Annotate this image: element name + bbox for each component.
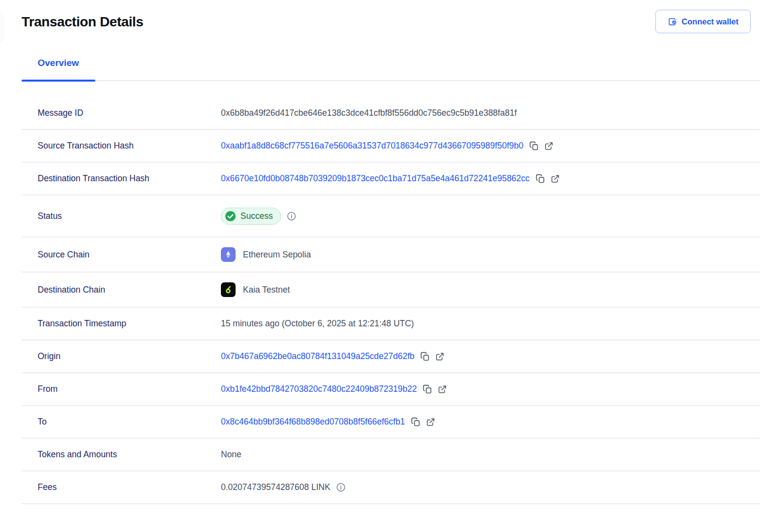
table-row-message-id: Message ID 0x6b8ba49f26d417cbe646e138c3d… bbox=[22, 97, 760, 130]
row-label: Status bbox=[22, 211, 221, 221]
row-label: Fees bbox=[22, 482, 221, 492]
row-label: Transaction Timestamp bbox=[22, 319, 221, 329]
status-badge: Success bbox=[221, 208, 281, 225]
status-badge-label: Success bbox=[240, 211, 273, 221]
row-label: Source Chain bbox=[22, 250, 221, 260]
connect-wallet-label: Connect wallet bbox=[682, 17, 739, 26]
info-icon[interactable] bbox=[287, 212, 296, 221]
table-row-destination-chain: Destination Chain Kaia Testnet bbox=[22, 273, 760, 308]
table-row-status: Status Success bbox=[22, 195, 760, 237]
origin-address-link[interactable]: 0x7b467a6962be0ac80784f131049a25cde27d62… bbox=[221, 351, 414, 362]
external-link-icon[interactable] bbox=[544, 142, 553, 150]
table-row-source-tx-hash: Source Transaction Hash 0xaabf1a8d8c68cf… bbox=[22, 130, 760, 163]
tab-overview[interactable]: Overview bbox=[22, 58, 95, 80]
copy-icon[interactable] bbox=[423, 384, 432, 394]
destination-chain-name: Kaia Testnet bbox=[243, 285, 290, 295]
ethereum-chain-icon bbox=[221, 247, 236, 262]
details-table: Message ID 0x6b8ba49f26d417cbe646e138c3d… bbox=[22, 97, 760, 504]
source-tx-hash-link[interactable]: 0xaabf1a8d8c68cf775516a7e5606a31537d7018… bbox=[221, 141, 523, 151]
table-row-from: From 0xb1fe42bbd7842703820c7480c22409b87… bbox=[22, 373, 760, 406]
table-row-destination-tx-hash: Destination Transaction Hash 0x6670e10fd… bbox=[22, 163, 760, 195]
info-icon[interactable] bbox=[336, 483, 346, 492]
row-label: Message ID bbox=[22, 108, 221, 118]
external-link-icon[interactable] bbox=[438, 385, 447, 394]
connect-wallet-button[interactable]: Connect wallet bbox=[655, 10, 751, 33]
message-id-value: 0x6b8ba49f26d417cbe646e138c3dce41cfbf8f5… bbox=[221, 108, 517, 118]
table-row-tokens-and-amounts: Tokens and Amounts None bbox=[22, 439, 760, 471]
check-circle-icon bbox=[225, 211, 236, 222]
table-row-timestamp: Transaction Timestamp 15 minutes ago (Oc… bbox=[22, 308, 760, 340]
kaia-chain-icon bbox=[221, 282, 236, 297]
row-label: Origin bbox=[22, 351, 221, 362]
row-label: To bbox=[22, 417, 221, 427]
external-link-icon[interactable] bbox=[551, 174, 560, 183]
transaction-details-page: Transaction Details Connect wallet Overv… bbox=[0, 0, 782, 532]
row-label: From bbox=[22, 384, 221, 394]
page-title: Transaction Details bbox=[22, 14, 143, 30]
table-row-origin: Origin 0x7b467a6962be0ac80784f131049a25c… bbox=[22, 340, 760, 373]
copy-icon[interactable] bbox=[529, 141, 539, 150]
copy-icon[interactable] bbox=[536, 174, 545, 183]
to-address-link[interactable]: 0x8c464bb9bf364f68b898ed0708b8f5f66ef6cf… bbox=[221, 417, 405, 427]
timestamp-value: 15 minutes ago (October 6, 2025 at 12:21… bbox=[221, 319, 414, 329]
wallet-icon bbox=[668, 17, 677, 26]
external-link-icon[interactable] bbox=[426, 418, 435, 426]
table-row-to: To 0x8c464bb9bf364f68b898ed0708b8f5f66ef… bbox=[22, 406, 760, 439]
source-chain-name: Ethereum Sepolia bbox=[243, 250, 311, 260]
row-label: Destination Chain bbox=[22, 285, 221, 295]
fees-value: 0.02074739574287608 LINK bbox=[221, 482, 330, 492]
destination-tx-hash-link[interactable]: 0x6670e10fd0b08748b7039209b1873cec0c1ba7… bbox=[221, 173, 530, 184]
page-header: Transaction Details Connect wallet bbox=[0, 0, 782, 33]
tab-bar: Overview bbox=[22, 58, 760, 81]
copy-icon[interactable] bbox=[420, 352, 430, 361]
copy-icon[interactable] bbox=[411, 417, 420, 426]
row-label: Source Transaction Hash bbox=[22, 141, 221, 151]
external-link-icon[interactable] bbox=[435, 352, 444, 361]
table-row-fees: Fees 0.02074739574287608 LINK bbox=[22, 471, 760, 504]
tokens-and-amounts-value: None bbox=[221, 449, 241, 460]
row-label: Destination Transaction Hash bbox=[22, 173, 221, 184]
tab-overview-label: Overview bbox=[38, 58, 79, 68]
table-row-source-chain: Source Chain Ethereum Sepolia bbox=[22, 237, 760, 273]
from-address-link[interactable]: 0xb1fe42bbd7842703820c7480c22409b872319b… bbox=[221, 384, 417, 394]
offcanvas-edge bbox=[0, 14, 3, 41]
row-label: Tokens and Amounts bbox=[22, 449, 221, 460]
